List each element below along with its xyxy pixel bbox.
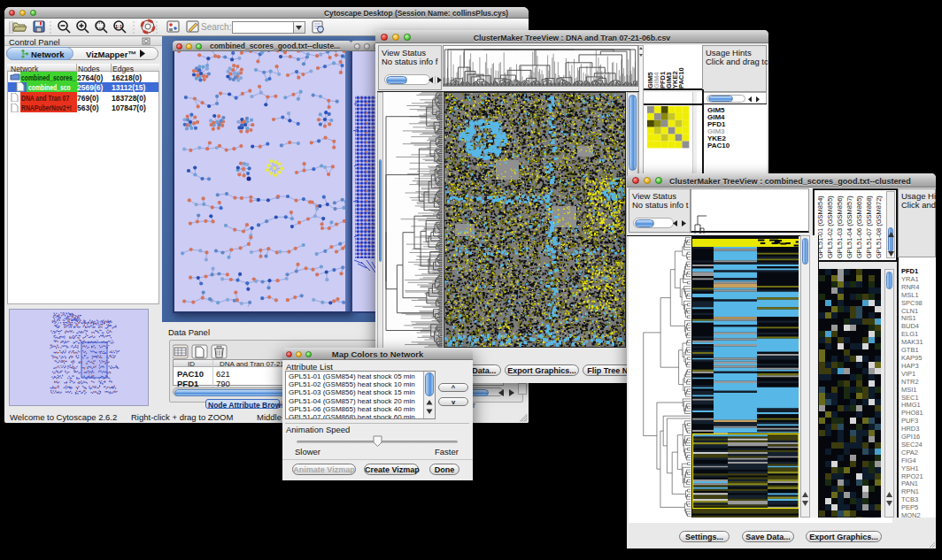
svg-text:GPL51-07 (GSM868): GPL51-07 (GSM868) [865,196,873,258]
svg-text:GPL51-06 (GSM865): GPL51-06 (GSM865) [855,196,863,258]
svg-text:GPL51-08 (GSM872): GPL51-08 (GSM872) [875,196,883,258]
svg-text:GPL51-03 (GSM856): GPL51-03 (GSM856) [836,196,844,258]
svg-text:PAC10: PAC10 [677,67,685,88]
svg-text:1:1: 1:1 [115,24,122,29]
svg-text:GPL51-02 (GSM855): GPL51-02 (GSM855) [826,196,834,258]
svg-text:GPL51-04 (GSM857): GPL51-04 (GSM857) [845,196,853,258]
